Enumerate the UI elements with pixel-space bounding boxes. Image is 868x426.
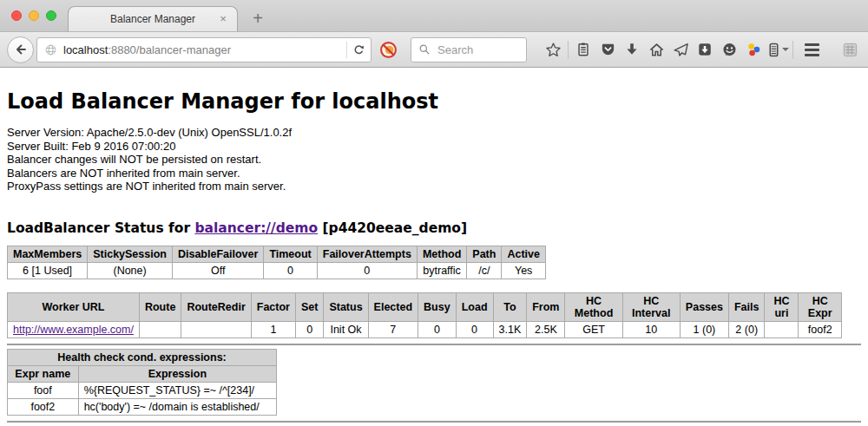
- globe-icon: [44, 43, 57, 56]
- container-battery-icon: [766, 42, 781, 58]
- column-header: Worker URL: [8, 292, 140, 321]
- close-window-button[interactable]: [11, 10, 22, 21]
- colored-dots-button[interactable]: [743, 39, 764, 60]
- hc-method-cell: GET: [565, 321, 622, 338]
- toolbar-divider: [568, 41, 569, 59]
- passes-cell: 1 (0): [680, 321, 728, 338]
- tab-balancer-manager[interactable]: Balancer Manager ×: [68, 6, 238, 31]
- url-host: localhost: [63, 43, 108, 56]
- worker-url-link[interactable]: http://www.example.com/: [13, 324, 134, 336]
- url-text: localhost:8880/balancer-manager: [63, 43, 343, 56]
- health-table-title: Health check cond. expressions:: [8, 349, 277, 365]
- timeout-cell: 0: [264, 262, 317, 279]
- fails-cell: 2 (0): [728, 321, 765, 338]
- column-header: HC Expr: [799, 292, 842, 321]
- pocket-icon: [600, 42, 616, 58]
- back-button[interactable]: [7, 36, 34, 63]
- active-cell: Yes: [502, 262, 546, 279]
- reading-list-button[interactable]: [573, 39, 594, 60]
- video-download-icon: [697, 42, 713, 57]
- table-header-row: Expr name Expression: [8, 365, 277, 382]
- hamburger-menu-icon: [805, 43, 819, 56]
- search-bar[interactable]: [411, 37, 527, 62]
- expr-name-cell: foof: [8, 382, 79, 398]
- toolbar-divider: [792, 41, 793, 59]
- table-row: foof %{REQUEST_STATUS} =~ /^[234]/: [8, 382, 277, 398]
- tab-close-button[interactable]: ×: [216, 12, 230, 26]
- download-arrow-icon: [624, 42, 640, 57]
- extension-grid-button[interactable]: [839, 39, 860, 60]
- plugin-block-button[interactable]: [379, 41, 398, 59]
- max-members-cell: 6 [1 Used]: [8, 262, 88, 279]
- route-cell: [139, 321, 181, 338]
- worker-status-table: Worker URL Route RouteRedir Factor Set S…: [7, 292, 842, 338]
- server-built-line: Server Built: Feb 9 2016 07:00:20: [7, 140, 861, 154]
- search-icon: [418, 43, 431, 56]
- method-cell: bytraffic: [417, 262, 466, 279]
- column-header: StickySession: [88, 246, 173, 262]
- new-tab-button[interactable]: +: [247, 7, 269, 29]
- home-icon: [648, 42, 665, 58]
- tab-bar: Balancer Manager × +: [0, 0, 868, 31]
- page-content: Load Balancer Manager for localhost Serv…: [0, 89, 868, 423]
- hc-interval-cell: 10: [622, 321, 680, 338]
- bookmark-star-button[interactable]: [542, 39, 563, 60]
- failover-attempts-cell: 0: [317, 262, 417, 279]
- plugin-block-icon: [379, 41, 398, 59]
- column-header: RouteRedir: [181, 292, 251, 321]
- column-header: Busy: [418, 292, 457, 321]
- search-input[interactable]: [436, 43, 519, 57]
- page-title: Load Balancer Manager for localhost: [7, 89, 861, 114]
- downloads-button[interactable]: [621, 39, 642, 60]
- disable-failover-cell: Off: [172, 262, 263, 279]
- pocket-button[interactable]: [597, 39, 618, 60]
- send-button[interactable]: [670, 39, 691, 60]
- column-header: From: [527, 292, 565, 321]
- factor-cell: 1: [251, 321, 295, 338]
- column-header: Expression: [78, 365, 276, 382]
- window-controls: [11, 10, 56, 21]
- notice-line: Balancers are NOT inherited from main se…: [7, 167, 861, 180]
- container-button[interactable]: [767, 39, 788, 60]
- column-header: Method: [417, 246, 466, 262]
- column-header: DisableFailover: [172, 246, 263, 262]
- colored-dots-icon: [746, 42, 762, 58]
- reading-list-icon: [575, 42, 591, 57]
- menu-button[interactable]: [801, 39, 822, 60]
- minimize-window-button[interactable]: [29, 10, 39, 21]
- server-version-line: Server Version: Apache/2.5.0-dev (Unix) …: [7, 126, 861, 140]
- balancer-status-heading: LoadBalancer Status for balancer://demo …: [7, 220, 861, 236]
- expression-cell: hc('body') =~ /domain is established/: [78, 398, 276, 415]
- busy-cell: 0: [418, 321, 457, 338]
- notice-line: Balancer changes will NOT be persisted o…: [7, 153, 861, 167]
- extension-grid-icon: [842, 42, 858, 58]
- reload-button[interactable]: [351, 42, 367, 58]
- worker-url-cell: http://www.example.com/: [8, 321, 140, 338]
- column-header: Load: [456, 292, 493, 321]
- column-header: FailoverAttempts: [317, 246, 417, 262]
- balancer-link[interactable]: balancer://demo: [194, 220, 318, 236]
- refresh-icon: [352, 43, 365, 56]
- health-check-table: Health check cond. expressions: Expr nam…: [7, 349, 277, 416]
- column-header: HC uri: [765, 292, 799, 321]
- column-header: Route: [139, 292, 181, 321]
- chat-button[interactable]: [719, 39, 740, 60]
- column-header: Fails: [728, 292, 765, 321]
- elected-cell: 7: [368, 321, 418, 338]
- path-cell: /c/: [467, 262, 502, 279]
- url-bar[interactable]: localhost:8880/balancer-manager: [36, 37, 372, 62]
- column-header: Active: [502, 246, 546, 262]
- column-header: Passes: [680, 292, 728, 321]
- column-header: Expr name: [8, 365, 79, 382]
- section-divider: [7, 421, 861, 423]
- toolbar-icons: [541, 39, 862, 60]
- video-download-button[interactable]: [694, 39, 715, 60]
- url-path: :8880/balancer-manager: [108, 43, 231, 56]
- zoom-window-button[interactable]: [46, 10, 56, 21]
- column-header: Set: [295, 292, 323, 321]
- heading-prefix: LoadBalancer Status for: [7, 220, 190, 236]
- route-redir-cell: [181, 321, 251, 338]
- status-cell: Init Ok: [324, 321, 368, 338]
- home-button[interactable]: [646, 39, 667, 60]
- table-header-row: MaxMembers StickySession DisableFailover…: [8, 246, 546, 262]
